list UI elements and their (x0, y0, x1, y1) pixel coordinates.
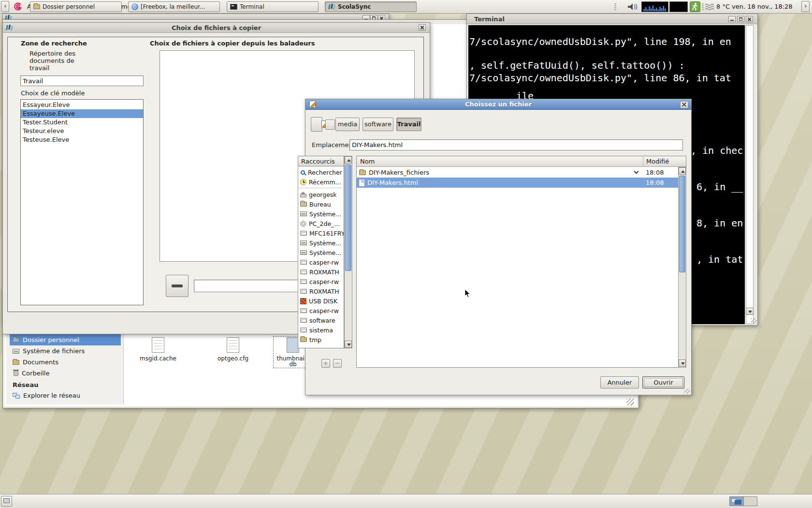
logout-applet[interactable] (690, 1, 700, 12)
taskbar-window-button[interactable]: Terminal (227, 1, 319, 12)
taskbar-button-icon (131, 3, 138, 10)
taskbar-button-icon (33, 4, 40, 9)
workspace-2[interactable] (744, 497, 757, 506)
mini-window (735, 500, 741, 505)
fog-weather-icon[interactable] (705, 3, 715, 11)
taskbar-button-label: ScolaSync (338, 3, 371, 10)
workspace-switcher[interactable] (729, 496, 757, 506)
running-man-icon (690, 2, 700, 12)
cpu-graph-applet[interactable] (641, 1, 668, 12)
taskbar-button-label: [Freebox, la meilleur... (141, 3, 205, 10)
desktop-icon (3, 498, 10, 503)
volume-icon[interactable] (626, 2, 640, 12)
workspace-1[interactable] (730, 497, 744, 506)
debian-menu-icon[interactable] (13, 2, 23, 12)
monitor-applet[interactable] (669, 1, 688, 12)
panel-collapse-right-icon[interactable] (801, 1, 810, 12)
panel-grip[interactable] (614, 3, 616, 10)
taskbar (0, 494, 812, 508)
taskbar-button-label: Terminal (240, 3, 264, 10)
taskbar-window-button[interactable]: [Freebox, la meilleur... (128, 1, 220, 12)
taskbar-button-icon (328, 3, 335, 10)
show-desktop-button[interactable] (1, 496, 12, 507)
taskbar-button-label: Dossier personnel (43, 3, 95, 10)
taskbar-window-button[interactable]: ScolaSync (325, 1, 417, 12)
panel-collapse-left-icon[interactable] (1, 1, 9, 12)
taskbar-button-icon (230, 4, 237, 10)
clock[interactable]: ven. 18 nov., 18:28 (732, 0, 793, 13)
desktop: Dossier personnel Système de fichiers Do… (0, 0, 812, 508)
panel-grip[interactable] (702, 3, 704, 10)
taskbar-window-button[interactable]: Dossier personnel (30, 1, 122, 12)
weather-temp[interactable]: 8 °C (716, 0, 730, 13)
